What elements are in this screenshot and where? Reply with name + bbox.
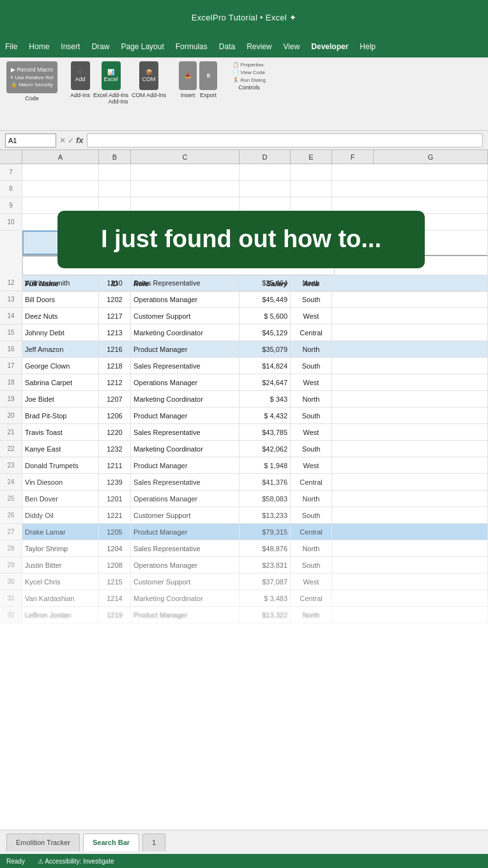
status-accessibility: ⚠ Accessibility: Investigate [38,858,114,865]
table-row: 24 Vin Diesoon 1239 Sales Representative… [0,474,488,491]
table-row: 14 Deez Nuts 1217 Customer Support $ 5,6… [0,308,488,324]
table-row: 22 Kanye East 1232 Marketing Coordinator… [0,441,488,457]
menu-file[interactable]: File [5,42,17,51]
table-row: 26 Diddy Oil 1221 Customer Support $13,2… [0,507,488,524]
menu-pagelayout[interactable]: Page Layout [121,42,164,51]
status-ready: Ready [6,858,25,865]
insert-icon[interactable]: 📥 [179,61,197,90]
menu-home[interactable]: Home [29,42,49,51]
table-row: 32 LeBron Jordan 1219 Product Manager $1… [0,607,488,623]
col-g-header[interactable]: G [374,150,488,164]
table-row: 27 Drake Lamar 1205 Product Manager $79,… [0,524,488,540]
add-ins-icon[interactable]: ➕Add [71,61,90,90]
row-8: 8 [0,181,488,197]
formula-bar: A1 ✕ ✓ fx [0,131,488,150]
col-a-header[interactable]: A [22,150,99,164]
formula-input[interactable] [87,133,483,148]
menu-draw[interactable]: Draw [91,42,109,51]
sheet-tabs: Emolition Tracker Search Bar 1 [0,830,488,854]
ribbon-group-props: 📋 Properties 📄 View Code 🏃 Run Dialog Co… [230,61,268,91]
green-banner: I just found out how to... [57,211,425,268]
col-headers: A B C D E F G [0,150,488,164]
export-icon[interactable]: 🖥 [199,61,217,90]
banner-text: I just found out how to... [101,225,381,254]
table-row: 15 Johnny Debt 1213 Marketing Coordinato… [0,324,488,341]
row-7: 7 [0,164,488,181]
ribbon-group-macro: ▶ Record Macro ≡ Use Relative Ref 🔒 Macr… [6,61,57,102]
ribbon: ▶ Record Macro ≡ Use Relative Ref 🔒 Macr… [0,57,488,131]
table-row: 12 Will Locksmith 1210 Sales Representat… [0,275,488,291]
table-row: 30 Kycel Chris 1215 Customer Support $37… [0,574,488,590]
row-num-header [0,150,22,164]
table-row: 23 Donald Trumpets 1211 Product Manager … [0,457,488,474]
formula-fx[interactable]: fx [76,135,84,145]
title-bar: ExcelPro Tutorial • Excel ✦ [0,0,488,35]
ribbon-code-label: Code [25,95,39,102]
menu-help[interactable]: Help [360,42,376,51]
sheet-tab-emolition[interactable]: Emolition Tracker [6,834,80,851]
col-e-header[interactable]: E [291,150,332,164]
excel-addins-icon[interactable]: 📊Excel [102,61,121,90]
table-row: 13 Bill Doors 1202 Operations Manager $4… [0,291,488,308]
formula-checkmark[interactable]: ✕ [59,136,66,145]
table-row: 19 Joe Bidet 1207 Marketing Coordinator … [0,391,488,407]
menu-bar: File Home Insert Draw Page Layout Formul… [0,35,488,57]
menu-review[interactable]: Review [247,42,271,51]
menu-view[interactable]: View [284,42,300,51]
menu-developer[interactable]: Developer [311,42,348,51]
table-row: 16 Jeff Amazon 1216 Product Manager $35,… [0,341,488,358]
formula-cancel[interactable]: ✓ [68,136,74,145]
table-row: 17 George Clown 1218 Sales Representativ… [0,358,488,374]
ribbon-group-addins: ➕Add Add-Ins 📊Excel Excel Add-Ins 📦COM C… [70,61,166,105]
menu-formulas[interactable]: Formulas [176,42,208,51]
col-c-header[interactable]: C [131,150,240,164]
table-row: 25 Ben Dover 1201 Operations Manager $58… [0,491,488,507]
table-row: 18 Sabrina Carpet 1212 Operations Manage… [0,374,488,391]
menu-data[interactable]: Data [219,42,235,51]
table-row: 31 Van Kardashian 1214 Marketing Coordin… [0,590,488,607]
menu-insert[interactable]: Insert [61,42,80,51]
status-bar: Ready ⚠ Accessibility: Investigate [0,854,488,868]
col-b-header[interactable]: B [99,150,131,164]
table-row: 21 Travis Toast 1220 Sales Representativ… [0,424,488,441]
name-box[interactable]: A1 [5,133,56,148]
col-f-header[interactable]: F [332,150,374,164]
table-row: 29 Justin Bitter 1208 Operations Manager… [0,557,488,574]
table-row: 20 Brad Pit-Stop 1206 Product Manager $ … [0,407,488,424]
table-row: 28 Taylor Shrimp 1204 Sales Representati… [0,540,488,557]
sheet-tab-1[interactable]: 1 [142,834,165,851]
col-d-header[interactable]: D [240,150,291,164]
title-text: ExcelPro Tutorial • Excel ✦ [192,13,297,22]
ribbon-group-controls: 📥 Insert 🖥 Export [179,61,217,98]
record-macro-icon[interactable]: ▶ Record Macro ≡ Use Relative Ref 🔒 Macr… [6,61,57,93]
sheet-tab-searchbar[interactable]: Search Bar [83,834,139,851]
com-addins-icon[interactable]: 📦COM [139,61,158,90]
